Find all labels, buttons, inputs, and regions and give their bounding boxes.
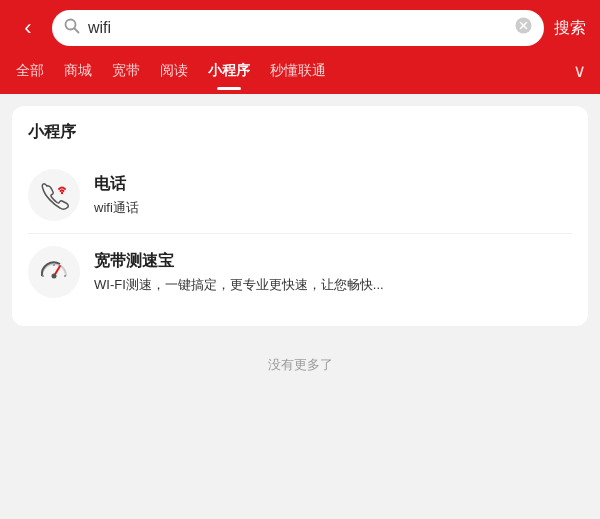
- item-name-speedtest: 宽带测速宝: [94, 251, 572, 272]
- clear-button[interactable]: [515, 17, 532, 39]
- item-name-phone: 电话: [94, 174, 572, 195]
- miniapp-card: 小程序 电话 wifi通话: [12, 106, 588, 326]
- search-icon: [64, 18, 80, 38]
- search-button[interactable]: 搜索: [554, 18, 586, 39]
- list-item[interactable]: 电话 wifi通话: [28, 157, 572, 234]
- item-info-speedtest: 宽带测速宝 WI-FI测速，一键搞定，更专业更快速，让您畅快...: [94, 251, 572, 294]
- header: ‹ wifi 搜索: [0, 0, 600, 56]
- section-title: 小程序: [28, 122, 572, 143]
- svg-line-1: [75, 29, 79, 33]
- search-bar: wifi: [52, 10, 544, 46]
- content-area: 小程序 电话 wifi通话: [0, 94, 600, 392]
- svg-point-7: [52, 274, 57, 279]
- tab-broadband[interactable]: 宽带: [102, 56, 150, 86]
- tab-understand[interactable]: 秒懂联通: [260, 56, 336, 86]
- svg-point-5: [61, 192, 63, 194]
- tab-miniapp[interactable]: 小程序: [198, 56, 260, 86]
- tab-mall[interactable]: 商城: [54, 56, 102, 86]
- phone-icon: [28, 169, 80, 221]
- search-input[interactable]: wifi: [88, 19, 507, 37]
- item-desc-phone: wifi通话: [94, 199, 572, 217]
- item-info-phone: 电话 wifi通话: [94, 174, 572, 217]
- list-item[interactable]: 宽带测速宝 WI-FI测速，一键搞定，更专业更快速，让您畅快...: [28, 234, 572, 310]
- tab-all[interactable]: 全部: [6, 56, 54, 86]
- tab-more-icon[interactable]: ∨: [565, 56, 594, 86]
- tab-bar: 全部 商城 宽带 阅读 小程序 秒懂联通 ∨: [0, 56, 600, 94]
- item-desc-rest: 通话: [113, 200, 139, 215]
- tab-reading[interactable]: 阅读: [150, 56, 198, 86]
- item-desc-speedtest: WI-FI测速，一键搞定，更专业更快速，让您畅快...: [94, 276, 572, 294]
- item-desc-rest: 测速，一键搞定，更专业更快速，让您畅快...: [126, 277, 384, 292]
- item-desc-highlight: wifi: [94, 200, 113, 215]
- item-desc-highlight: WI-FI: [94, 277, 126, 292]
- speedometer-icon: [28, 246, 80, 298]
- no-more-label: 没有更多了: [12, 338, 588, 380]
- back-button[interactable]: ‹: [14, 15, 42, 41]
